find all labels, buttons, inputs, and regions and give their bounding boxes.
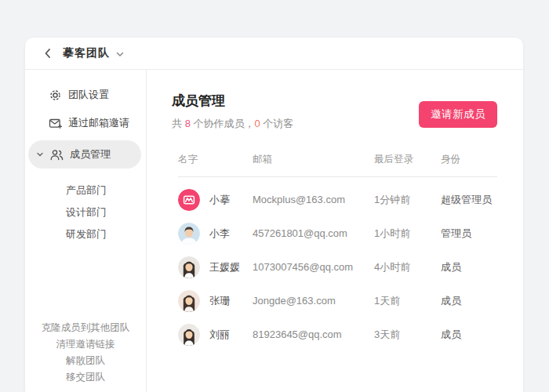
sidebar-item-invite-by-email[interactable]: 通过邮箱邀请 bbox=[25, 109, 146, 137]
team-members-icon bbox=[49, 148, 64, 162]
member-name-cell: 小李 bbox=[178, 223, 253, 245]
member-role: 管理员 bbox=[441, 227, 497, 241]
summary-text: 个访客 bbox=[260, 118, 294, 129]
transfer-team-link[interactable]: 移交团队 bbox=[25, 369, 146, 386]
member-name-cell: 小摹 bbox=[178, 189, 253, 211]
member-last-login: 1小时前 bbox=[374, 227, 441, 241]
table-body: 小摹 Mockplus@163.com 1分钟前 超级管理员 bbox=[178, 177, 497, 351]
member-last-login: 4小时前 bbox=[374, 260, 441, 274]
page-title: 成员管理 bbox=[172, 92, 293, 110]
expand-chevron-down-icon bbox=[36, 151, 44, 158]
member-row[interactable]: 小摹 Mockplus@163.com 1分钟前 超级管理员 bbox=[178, 183, 497, 216]
avatar-mockplus-logo bbox=[178, 189, 200, 211]
column-header-email: 邮箱 bbox=[253, 153, 374, 166]
department-list: 产品部门 设计部门 研发部门 bbox=[25, 180, 146, 245]
avatar-photo bbox=[178, 223, 200, 245]
window-header: 摹客团队 bbox=[25, 38, 523, 70]
team-management-window: 摹客团队 团队设置 bbox=[25, 38, 523, 392]
member-name: 小摹 bbox=[209, 193, 230, 207]
member-table: 名字 邮箱 最后登录 身份 bbox=[178, 153, 497, 351]
member-row[interactable]: 张珊 Jongde@163.com 1天前 成员 bbox=[178, 284, 497, 318]
member-email: 81923645@qq.com bbox=[253, 328, 374, 340]
member-name: 小李 bbox=[209, 227, 230, 241]
window-body: 团队设置 通过邮箱邀请 bbox=[25, 70, 523, 392]
invite-new-member-button[interactable]: 邀请新成员 bbox=[419, 101, 497, 128]
member-email: Jongde@163.com bbox=[253, 295, 374, 307]
member-name: 王媛媛 bbox=[209, 260, 240, 274]
member-last-login: 3天前 bbox=[374, 328, 441, 342]
sidebar-item-member-management[interactable]: 成员管理 bbox=[28, 140, 141, 169]
avatar-photo bbox=[178, 290, 200, 312]
chevron-left-icon bbox=[42, 47, 54, 60]
member-role: 成员 bbox=[441, 328, 497, 342]
member-role: 成员 bbox=[441, 294, 497, 308]
dissolve-team-link[interactable]: 解散团队 bbox=[25, 353, 146, 369]
column-header-last-login: 最后登录 bbox=[374, 153, 441, 166]
summary-text: 个协作成员， bbox=[191, 118, 255, 129]
sidebar-item-label: 通过邮箱邀请 bbox=[68, 116, 129, 130]
column-header-role: 身份 bbox=[441, 153, 497, 166]
avatar-photo bbox=[178, 324, 200, 346]
sidebar: 团队设置 通过邮箱邀请 bbox=[25, 70, 147, 392]
sidebar-footer: 克隆成员到其他团队 清理邀请链接 解散团队 移交团队 bbox=[25, 320, 146, 386]
avatar-photo bbox=[178, 256, 200, 278]
team-title: 摹客团队 bbox=[63, 46, 110, 60]
sidebar-department-rnd[interactable]: 研发部门 bbox=[25, 223, 146, 245]
member-last-login: 1分钟前 bbox=[374, 193, 441, 207]
member-email: 1073007456@qq.com bbox=[253, 261, 374, 273]
gear-icon bbox=[49, 89, 62, 102]
mail-plus-icon bbox=[49, 117, 62, 130]
main-header: 成员管理 共 8 个协作成员，0 个访客 邀请新成员 bbox=[172, 92, 497, 131]
member-name-cell: 刘丽 bbox=[178, 324, 253, 346]
clean-invite-links-link[interactable]: 清理邀请链接 bbox=[25, 336, 146, 353]
back-button[interactable] bbox=[41, 46, 55, 60]
guest-count: 0 bbox=[254, 118, 260, 129]
column-header-name: 名字 bbox=[178, 153, 253, 166]
member-name: 张珊 bbox=[209, 294, 230, 308]
member-name-cell: 王媛媛 bbox=[178, 256, 253, 278]
member-last-login: 1天前 bbox=[374, 294, 441, 308]
summary-text: 共 bbox=[172, 118, 185, 129]
member-role: 成员 bbox=[441, 260, 497, 274]
member-summary: 共 8 个协作成员，0 个访客 bbox=[172, 117, 293, 131]
sidebar-item-label: 成员管理 bbox=[70, 147, 111, 162]
main-content: 成员管理 共 8 个协作成员，0 个访客 邀请新成员 名字 邮箱 最后登录 身份 bbox=[147, 70, 523, 392]
member-row[interactable]: 刘丽 81923645@qq.com 3天前 成员 bbox=[178, 318, 497, 351]
member-row[interactable]: 小李 457261801@qq.com 1小时前 管理员 bbox=[178, 216, 497, 250]
clone-members-link[interactable]: 克隆成员到其他团队 bbox=[25, 320, 146, 336]
member-role: 超级管理员 bbox=[441, 193, 497, 207]
team-switcher[interactable]: 摹客团队 bbox=[63, 46, 125, 60]
sidebar-item-team-settings[interactable]: 团队设置 bbox=[25, 81, 146, 109]
member-row[interactable]: 王媛媛 1073007456@qq.com 4小时前 成员 bbox=[178, 250, 497, 284]
member-email: 457261801@qq.com bbox=[253, 227, 374, 239]
member-count: 8 bbox=[185, 118, 191, 129]
member-name: 刘丽 bbox=[209, 328, 230, 342]
member-name-cell: 张珊 bbox=[178, 290, 253, 312]
sidebar-department-product[interactable]: 产品部门 bbox=[25, 180, 146, 201]
table-header-row: 名字 邮箱 最后登录 身份 bbox=[178, 153, 497, 177]
member-email: Mockplus@163.com bbox=[253, 194, 374, 205]
chevron-down-icon bbox=[115, 49, 125, 59]
sidebar-department-design[interactable]: 设计部门 bbox=[25, 201, 146, 223]
sidebar-item-label: 团队设置 bbox=[68, 88, 109, 102]
